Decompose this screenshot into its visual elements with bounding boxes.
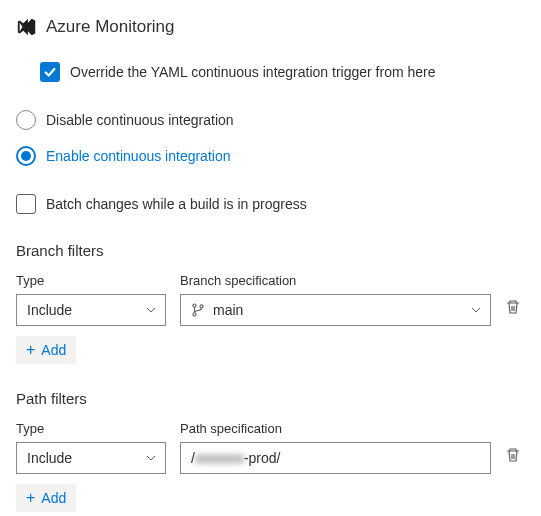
svg-point-2 [200,305,203,308]
path-type-select[interactable]: Include [16,442,166,474]
svg-point-1 [193,313,196,316]
git-branch-icon [191,303,205,317]
override-yaml-checkbox[interactable] [40,62,60,82]
plus-icon: + [26,342,35,358]
delete-path-filter-icon[interactable] [505,447,521,463]
path-filters-title: Path filters [16,390,525,407]
add-branch-filter-button[interactable]: + Add [16,336,76,364]
enable-ci-radio[interactable]: Enable continuous integration [16,146,525,166]
disable-ci-label: Disable continuous integration [46,112,234,128]
add-branch-filter-label: Add [41,342,66,358]
visual-studio-icon [16,16,38,38]
batch-changes-label: Batch changes while a build is in progre… [46,196,307,212]
delete-branch-filter-icon[interactable] [505,299,521,315]
batch-changes-checkbox[interactable] [16,194,36,214]
add-path-filter-label: Add [41,490,66,506]
path-spec-input[interactable]: /xxxxxxx-prod/ [180,442,491,474]
branch-type-value: Include [27,302,72,318]
chevron-down-icon [145,304,157,316]
svg-point-0 [193,304,196,307]
disable-ci-radio[interactable]: Disable continuous integration [16,110,525,130]
add-path-filter-button[interactable]: + Add [16,484,76,512]
branch-type-select[interactable]: Include [16,294,166,326]
branch-type-label: Type [16,273,166,288]
override-yaml-label: Override the YAML continuous integration… [70,64,435,80]
chevron-down-icon [470,304,482,316]
branch-filters-title: Branch filters [16,242,525,259]
radio-selected-icon [16,146,36,166]
plus-icon: + [26,490,35,506]
branch-spec-select[interactable]: main [180,294,491,326]
enable-ci-label: Enable continuous integration [46,148,230,164]
branch-spec-value: main [213,302,462,318]
radio-unselected-icon [16,110,36,130]
page-title: Azure Monitoring [46,17,175,37]
branch-spec-label: Branch specification [180,273,491,288]
chevron-down-icon [145,452,157,464]
path-type-label: Type [16,421,166,436]
path-type-value: Include [27,450,72,466]
path-spec-label: Path specification [180,421,491,436]
